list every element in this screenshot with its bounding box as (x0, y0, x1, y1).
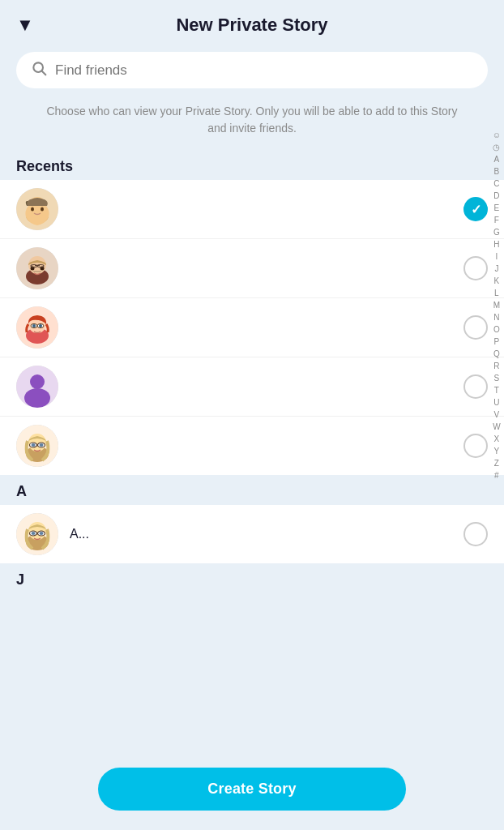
avatar (16, 513, 58, 555)
back-chevron-icon[interactable]: ▼ (16, 15, 34, 36)
alpha-hash[interactable]: # (494, 470, 499, 481)
alpha-x[interactable]: X (494, 434, 500, 445)
header: ▼ New Private Story (0, 0, 504, 45)
avatar (16, 366, 58, 408)
alphabet-index: ☺ ◷ A B C D E F G H I J K L M N O P Q R … (493, 130, 501, 481)
svg-point-24 (39, 324, 42, 327)
svg-point-27 (24, 388, 50, 408)
alpha-k[interactable]: K (494, 276, 500, 287)
avatar (16, 306, 58, 349)
alpha-o[interactable]: O (493, 324, 500, 336)
recents-list (0, 180, 504, 475)
alpha-g[interactable]: G (493, 227, 500, 238)
alpha-s[interactable]: S (494, 373, 500, 384)
create-button-container: Create Story (0, 755, 504, 830)
svg-point-26 (30, 374, 45, 389)
friend-select-checkbox[interactable] (463, 197, 488, 221)
alpha-clock-icon[interactable]: ◷ (493, 142, 500, 153)
friend-select-checkbox[interactable] (463, 522, 488, 546)
friend-name: A... (70, 527, 463, 541)
alpha-d[interactable]: D (493, 190, 499, 202)
page-title: New Private Story (176, 15, 327, 36)
alpha-y[interactable]: Y (494, 446, 500, 457)
alpha-emoji-icon[interactable]: ☺ (493, 130, 501, 141)
svg-point-43 (40, 532, 44, 535)
alpha-h[interactable]: H (493, 239, 499, 250)
svg-point-42 (32, 532, 36, 535)
list-item[interactable]: A... (0, 505, 504, 563)
alpha-z[interactable]: Z (494, 458, 499, 469)
list-item[interactable] (0, 239, 504, 298)
svg-point-7 (31, 208, 34, 212)
alpha-j[interactable]: J (494, 263, 498, 275)
alpha-e[interactable]: E (494, 203, 500, 214)
friend-select-checkbox[interactable] (463, 315, 488, 340)
friend-select-checkbox[interactable] (463, 374, 488, 399)
create-story-button[interactable]: Create Story (98, 768, 406, 811)
svg-rect-14 (33, 271, 41, 272)
list-item[interactable] (0, 180, 504, 239)
svg-point-23 (32, 324, 36, 327)
alpha-m[interactable]: M (493, 300, 500, 311)
list-item[interactable] (0, 298, 504, 357)
alpha-n[interactable]: N (493, 312, 499, 323)
avatar (16, 425, 58, 467)
alpha-c[interactable]: C (493, 178, 499, 190)
alpha-t[interactable]: T (494, 385, 499, 396)
svg-rect-17 (35, 265, 40, 266)
friend-select-checkbox[interactable] (463, 256, 488, 280)
alpha-f[interactable]: F (494, 215, 499, 226)
search-input[interactable] (55, 62, 473, 79)
svg-line-1 (42, 71, 46, 75)
section-header-j: J (0, 563, 504, 593)
search-container (0, 45, 504, 100)
friend-select-checkbox[interactable] (463, 434, 488, 458)
search-icon (31, 60, 47, 80)
section-header-a: A (0, 475, 504, 505)
avatar (16, 247, 58, 289)
list-item[interactable] (0, 417, 504, 475)
svg-point-34 (32, 443, 36, 447)
alpha-q[interactable]: Q (493, 349, 500, 360)
alpha-r[interactable]: R (493, 361, 499, 372)
avatar (16, 188, 58, 230)
alpha-l[interactable]: L (494, 288, 499, 299)
alpha-i[interactable]: I (496, 251, 498, 263)
a-list: A... (0, 505, 504, 563)
section-header-recents: Recents (0, 150, 504, 180)
alpha-p[interactable]: P (494, 336, 500, 348)
alpha-u[interactable]: U (493, 397, 499, 409)
svg-point-8 (41, 208, 44, 212)
svg-point-35 (40, 443, 44, 447)
description-text: Choose who can view your Private Story. … (0, 100, 504, 150)
alpha-a[interactable]: A (494, 154, 500, 165)
search-bar (16, 52, 488, 88)
alpha-b[interactable]: B (494, 166, 500, 178)
alpha-v[interactable]: V (494, 409, 500, 421)
alpha-w[interactable]: W (493, 421, 500, 433)
list-item[interactable] (0, 357, 504, 417)
